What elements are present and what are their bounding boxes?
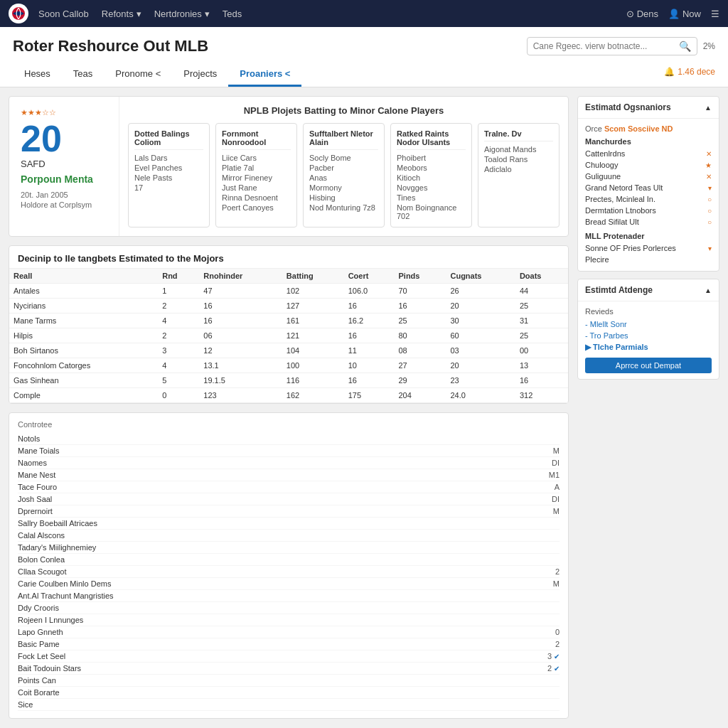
list-item: Ant.Al Trachunt Mangristies xyxy=(18,590,560,602)
cell-rnohinder: 13.1 xyxy=(199,358,282,373)
cell-name: Comple xyxy=(9,388,158,403)
cell-rnohinder: 19.1.5 xyxy=(199,373,282,388)
close-icon[interactable]: ✕ xyxy=(706,150,712,158)
attenge-item[interactable]: - Tro Parbes xyxy=(585,331,628,340)
col-header-rnd: Rnd xyxy=(158,269,199,284)
nav-dens[interactable]: ⊙ Dens xyxy=(626,9,658,19)
top-nav: Soon Callob Refonts ▾ Nertdronies ▾ Teds… xyxy=(0,0,728,27)
cell-coert: 16 xyxy=(344,328,395,343)
note-value: M xyxy=(553,579,560,588)
note-label: Naomes xyxy=(18,459,47,467)
list-item: Bread Sifilat Ult○ xyxy=(585,216,712,228)
note-label: Points Can xyxy=(18,676,56,685)
note-label: Notols xyxy=(18,434,40,443)
list-item: Mane NestM1 xyxy=(18,469,560,481)
cell-coert: 16 xyxy=(344,373,395,388)
menu-icon: ☰ xyxy=(711,9,719,19)
order-value: Scom Sosciive ND xyxy=(604,124,673,133)
chevron-down-icon[interactable]: ▾ xyxy=(708,245,712,252)
estimated-ogsnanions-body: Orce Scom Sosciive ND Manchurdes Cattenl… xyxy=(578,119,719,271)
cell-doats: 25 xyxy=(515,299,568,314)
cell-cugnats: 60 xyxy=(446,328,515,343)
list-item: Cllaa Scougot2 xyxy=(18,566,560,578)
search-icon[interactable]: 🔍 xyxy=(679,41,691,52)
note-value: DI xyxy=(552,495,560,503)
stat-item: Rinna Desnoent xyxy=(222,193,291,203)
cell-rnohinder: 47 xyxy=(199,284,282,299)
nav-nertdronies[interactable]: Nertdronies ▾ xyxy=(154,9,210,19)
tab-projects[interactable]: Projects xyxy=(172,63,228,87)
page-header: Roter Reshource Out MLB 🔍 2% Heses Teas … xyxy=(0,27,728,87)
main-content: ★★★☆☆ 20 SAFD Porpoun Menta 20t. Jan 200… xyxy=(0,87,728,727)
revieds-label: Revieds xyxy=(585,307,712,316)
note-label: Lapo Gnneth xyxy=(18,628,63,636)
list-item: Grand Netord Teas Ult▾ xyxy=(585,182,712,193)
cell-coert: 175 xyxy=(344,388,395,403)
cell-pinds: 16 xyxy=(395,299,446,314)
note-value: M xyxy=(553,446,560,455)
tab-heses[interactable]: Heses xyxy=(13,63,62,87)
cell-cugnats: 23 xyxy=(446,373,515,388)
list-item: Basic Pame2 xyxy=(18,638,560,651)
notes-section: Controtee NotolsMane ToialsMNaomesDIMane… xyxy=(9,412,569,719)
cell-pinds: 204 xyxy=(395,388,446,403)
order-label: Orce Scom Sosciive ND xyxy=(585,124,712,133)
attenge-item[interactable]: - Mlellt Sonr xyxy=(585,320,627,328)
tab-teas[interactable]: Teas xyxy=(62,63,104,87)
manchurdes-name: Cattenlrdns xyxy=(585,149,706,158)
tab-pronome[interactable]: Pronome < xyxy=(104,63,172,87)
cell-doats: 13 xyxy=(515,358,568,373)
player-dob: 20t. Jan 2005 xyxy=(21,191,107,199)
col-header-cugnats: Cugnats xyxy=(446,269,515,284)
chevron-down-icon[interactable]: ▾ xyxy=(708,184,712,192)
note-label: Rojeen I Lnnunges xyxy=(18,616,83,624)
tab-proaniers[interactable]: Proaniers < xyxy=(228,63,301,87)
circle-icon[interactable]: ○ xyxy=(707,207,712,215)
table-row: Boh Sirtanos31210411080300 xyxy=(9,343,568,358)
attenge-list: - Mlellt Sonr- Tro Parbes▶ Tlche Parmial… xyxy=(585,318,712,353)
list-item: Cattenlrdns✕ xyxy=(585,148,712,159)
estimated-ogsnanions-header[interactable]: Estimatd Ogsnaniors ▲ xyxy=(578,97,719,119)
notes-list: NotolsMane ToialsMNaomesDIMane NestM1Tac… xyxy=(18,433,560,711)
cell-rnohinder: 16 xyxy=(199,314,282,328)
cell-batting: 116 xyxy=(282,373,344,388)
list-item: Notols xyxy=(18,433,560,445)
list-item: Bolon Conlea xyxy=(18,554,560,566)
cell-rnd: 2 xyxy=(158,299,199,314)
estimated-ogsnanions-card: Estimatd Ogsnaniors ▲ Orce Scom Sosciive… xyxy=(577,96,719,272)
stat-item: Pacber xyxy=(309,163,378,173)
close-icon[interactable]: ✕ xyxy=(706,173,712,181)
manchurdes-list: Cattenlrdns✕Chuloogy★Guliguune✕Grand Net… xyxy=(585,148,712,228)
list-item: Tace FouroA xyxy=(18,481,560,493)
aprrce-button[interactable]: Aprrce out Dempat xyxy=(585,358,712,373)
cell-rnohinder: 06 xyxy=(199,328,282,343)
nav-teds[interactable]: Teds xyxy=(223,9,242,19)
cell-name: Boh Sirtanos xyxy=(9,343,158,358)
stat-col-0: Dotted Balings Coliom Lals Dars Evel Pan… xyxy=(128,123,210,228)
table-row: Foncohnlom Catorges413.110010272013 xyxy=(9,358,568,373)
estimated-attenge-header[interactable]: Estimtd Atdenge ▲ xyxy=(578,279,719,301)
list-item: Carie Coulben Minlo DemsM xyxy=(18,578,560,590)
search-input[interactable] xyxy=(533,41,679,51)
note-value: 2 xyxy=(555,640,560,648)
attenge-item[interactable]: ▶ Tlche Parmials xyxy=(585,343,648,352)
nav-soon-callob[interactable]: Soon Callob xyxy=(38,9,89,19)
note-label: Tadary's Miilighnemiey xyxy=(18,543,96,552)
nav-menu[interactable]: ☰ xyxy=(711,9,719,19)
manchurdes-name: Prectes, Mcinleal In. xyxy=(585,195,707,203)
table-row: Nycirians21612716162025 xyxy=(9,299,568,314)
col-header-rnohinder: Rnohinder xyxy=(199,269,282,284)
list-item: Mane ToialsM xyxy=(18,445,560,457)
mll-protenader-title: MLL Protenader xyxy=(585,232,712,240)
star-icon[interactable]: ★ xyxy=(705,161,712,169)
circle-icon[interactable]: ○ xyxy=(707,218,712,226)
manchurdes-title: Manchurdes xyxy=(585,137,712,146)
stat-col-title-4: Tralne. Dv xyxy=(484,129,553,141)
cell-doats: 00 xyxy=(515,343,568,358)
nav-refonts[interactable]: Refonts ▾ xyxy=(102,9,141,19)
circle-icon[interactable]: ○ xyxy=(707,196,712,203)
cell-name: Mane Tarms xyxy=(9,314,158,328)
nav-now[interactable]: 👤 Now xyxy=(668,9,701,19)
note-label: Sallry Boebaill Atricaes xyxy=(18,519,97,528)
chevron-up-icon: ▲ xyxy=(705,287,712,294)
